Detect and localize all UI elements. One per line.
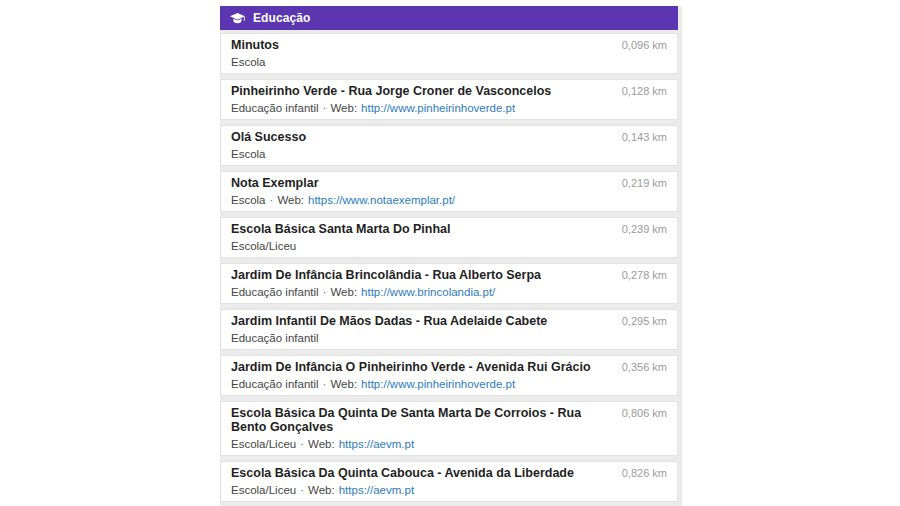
distance-label: 0,356 km	[614, 360, 667, 374]
web-prefix-label: Web:	[330, 102, 357, 114]
category-label: Escola	[231, 148, 266, 160]
category-label: Educação infantil	[231, 286, 319, 298]
place-title: Pinheirinho Verde - Rua Jorge Croner de …	[231, 84, 551, 98]
category-label: Escola	[231, 56, 266, 68]
place-subtitle: Escola/Liceu·Web:	[231, 240, 667, 252]
place-subtitle: Escola·Web:https://www.notaexemplar.pt/	[231, 194, 667, 206]
place-subtitle: Escola/Liceu·Web:https://aevm.pt	[231, 484, 667, 496]
distance-label: 0,295 km	[614, 314, 667, 328]
web-label-group: ·Web:https://aevm.pt	[296, 484, 414, 496]
list-item[interactable]: Minutos 0,096 km Escola·Web:	[220, 33, 678, 74]
category-label: Educação infantil	[231, 378, 319, 390]
website-link[interactable]: https://www.notaexemplar.pt/	[308, 194, 455, 206]
list-item[interactable]: Escola Básica Da Quinta Cabouca - Avenid…	[220, 461, 678, 502]
list-item-header: Escola Básica Da Quinta De Santa Marta D…	[231, 406, 667, 434]
web-label-group: ·Web:http://www.pinheirinhoverde.pt	[319, 378, 516, 390]
web-prefix-label: Web:	[330, 378, 357, 390]
web-label-group: ·Web:https://www.notaexemplar.pt/	[266, 194, 456, 206]
graduation-cap-icon	[230, 12, 245, 25]
separator-dot: ·	[300, 438, 304, 450]
list-item[interactable]: Jardim Infantil De Mãos Dadas - Rua Adel…	[220, 309, 678, 350]
education-panel: Educação Minutos 0,096 km Escola·Web: Pi…	[220, 6, 682, 506]
separator-dot: ·	[323, 378, 327, 390]
place-title: Minutos	[231, 38, 279, 52]
place-title: Jardim De Infância Brincolândia - Rua Al…	[231, 268, 541, 282]
list-item[interactable]: Pinheirinho Verde - Rua Jorge Croner de …	[220, 79, 678, 120]
separator-dot: ·	[300, 484, 304, 496]
list-item-header: Minutos 0,096 km	[231, 38, 667, 52]
website-link[interactable]: http://www.pinheirinhoverde.pt	[361, 378, 515, 390]
place-title: Escola Básica Da Quinta De Santa Marta D…	[231, 406, 606, 434]
list-item-header: Nota Exemplar 0,219 km	[231, 176, 667, 190]
distance-label: 0,806 km	[614, 406, 667, 420]
place-title: Nota Exemplar	[231, 176, 319, 190]
web-prefix-label: Web:	[308, 484, 335, 496]
web-label-group: ·Web:http://www.brincolandia.pt/	[319, 286, 496, 298]
place-title: Jardim De Infância O Pinheirinho Verde -…	[231, 360, 591, 374]
list-item[interactable]: Jardim De Infância Brincolândia - Rua Al…	[220, 263, 678, 304]
place-subtitle: Escola/Liceu·Web:https://aevm.pt	[231, 438, 667, 450]
separator-dot: ·	[270, 194, 274, 206]
section-title: Educação	[253, 11, 311, 25]
web-prefix-label: Web:	[330, 286, 357, 298]
place-title: Olá Sucesso	[231, 130, 306, 144]
distance-label: 0,128 km	[614, 84, 667, 98]
place-subtitle: Educação infantil·Web:http://www.pinheir…	[231, 378, 667, 390]
website-link[interactable]: http://www.brincolandia.pt/	[361, 286, 495, 298]
separator-dot: ·	[323, 102, 327, 114]
list-item-header: Jardim Infantil De Mãos Dadas - Rua Adel…	[231, 314, 667, 328]
separator-dot: ·	[323, 286, 327, 298]
distance-label: 0,826 km	[614, 466, 667, 480]
category-label: Escola	[231, 194, 266, 206]
list-item-header: Escola Básica Da Quinta Cabouca - Avenid…	[231, 466, 667, 480]
distance-label: 0,096 km	[614, 38, 667, 52]
list-item[interactable]: Olá Sucesso 0,143 km Escola·Web:	[220, 125, 678, 166]
website-link[interactable]: http://www.pinheirinhoverde.pt	[361, 102, 515, 114]
distance-label: 0,143 km	[614, 130, 667, 144]
place-title: Escola Básica Da Quinta Cabouca - Avenid…	[231, 466, 574, 480]
website-link[interactable]: https://aevm.pt	[339, 484, 414, 496]
category-label: Educação infantil	[231, 102, 319, 114]
category-label: Escola/Liceu	[231, 240, 296, 252]
place-subtitle: Educação infantil·Web:http://www.brincol…	[231, 286, 667, 298]
distance-label: 0,219 km	[614, 176, 667, 190]
education-list: Minutos 0,096 km Escola·Web: Pinheirinho…	[220, 33, 678, 502]
place-subtitle: Escola·Web:	[231, 148, 667, 160]
list-item-header: Pinheirinho Verde - Rua Jorge Croner de …	[231, 84, 667, 98]
place-subtitle: Escola·Web:	[231, 56, 667, 68]
website-link[interactable]: https://aevm.pt	[339, 438, 414, 450]
list-item[interactable]: Nota Exemplar 0,219 km Escola·Web:https:…	[220, 171, 678, 212]
section-header-educacao[interactable]: Educação	[220, 6, 678, 30]
place-title: Jardim Infantil De Mãos Dadas - Rua Adel…	[231, 314, 547, 328]
category-label: Escola/Liceu	[231, 438, 296, 450]
web-prefix-label: Web:	[308, 438, 335, 450]
place-title: Escola Básica Santa Marta Do Pinhal	[231, 222, 451, 236]
list-item[interactable]: Escola Básica Da Quinta De Santa Marta D…	[220, 401, 678, 456]
list-item-header: Jardim De Infância Brincolândia - Rua Al…	[231, 268, 667, 282]
category-label: Educação infantil	[231, 332, 319, 344]
distance-label: 0,278 km	[614, 268, 667, 282]
distance-label: 0,239 km	[614, 222, 667, 236]
place-subtitle: Educação infantil·Web:	[231, 332, 667, 344]
list-item-header: Olá Sucesso 0,143 km	[231, 130, 667, 144]
list-item[interactable]: Jardim De Infância O Pinheirinho Verde -…	[220, 355, 678, 396]
list-item-header: Escola Básica Santa Marta Do Pinhal 0,23…	[231, 222, 667, 236]
list-item[interactable]: Escola Básica Santa Marta Do Pinhal 0,23…	[220, 217, 678, 258]
web-label-group: ·Web:https://aevm.pt	[296, 438, 414, 450]
web-prefix-label: Web:	[277, 194, 304, 206]
category-label: Escola/Liceu	[231, 484, 296, 496]
list-item-header: Jardim De Infância O Pinheirinho Verde -…	[231, 360, 667, 374]
web-label-group: ·Web:http://www.pinheirinhoverde.pt	[319, 102, 516, 114]
place-subtitle: Educação infantil·Web:http://www.pinheir…	[231, 102, 667, 114]
